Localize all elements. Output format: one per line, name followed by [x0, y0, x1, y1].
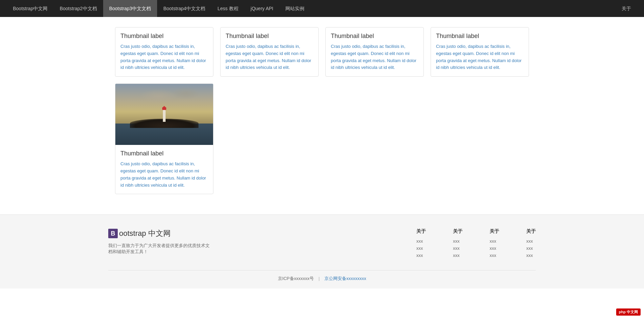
thumbnail-card-5: Thumbnail label Cras justo odio, dapibus…	[115, 83, 213, 194]
footer-col-4-list: xxx xxx xxx	[526, 239, 536, 258]
card-title-2: Thumbnail label	[226, 33, 313, 40]
footer-col-1-item-2: xxx	[416, 246, 426, 251]
footer-col-3-heading: 关于	[490, 228, 499, 234]
footer: B ootstrap 中文网 我们一直致力于为广大开发者提供更多的优质技术文档和…	[0, 214, 644, 288]
nav-item-examples[interactable]: 网站实例	[279, 0, 310, 17]
footer-col-1-heading: 关于	[416, 228, 426, 234]
lh-tower	[163, 110, 166, 122]
thumbnail-card-4: Thumbnail label Cras justo odio, dapibus…	[431, 27, 529, 77]
footer-top: B ootstrap 中文网 我们一直致力于为广大开发者提供更多的优质技术文档和…	[108, 228, 536, 260]
footer-brand: B ootstrap 中文网 我们一直致力于为广大开发者提供更多的优质技术文档和…	[108, 228, 210, 260]
card-body-4: Thumbnail label Cras justo odio, dapibus…	[431, 27, 529, 76]
brand-name: ootstrap 中文网	[119, 228, 171, 239]
card-text-3: Cras justo odio, dapibus ac facilisis in…	[331, 43, 418, 71]
card-body-2: Thumbnail label Cras justo odio, dapibus…	[221, 27, 318, 76]
main-content: Thumbnail label Cras justo odio, dapibus…	[108, 17, 536, 214]
footer-col-2-list: xxx xxx xxx	[453, 239, 462, 258]
nav-item-bootstrap[interactable]: Bootstrap中文网	[7, 0, 54, 17]
card-text-2: Cras justo odio, dapibus ac facilisis in…	[226, 43, 313, 71]
footer-bottom: 京ICP备xxxxxxx号 | 京公网安备xxxxxxxxx	[108, 270, 536, 282]
footer-col-2-item-2: xxx	[453, 246, 462, 251]
thumbnail-grid-row2: Thumbnail label Cras justo odio, dapibus…	[115, 83, 529, 194]
footer-col-3-item-1: xxx	[490, 239, 499, 244]
footer-col-1-item-3: xxx	[416, 253, 426, 258]
footer-col-3-item-3: xxx	[490, 253, 499, 258]
thumbnail-image-5	[115, 84, 213, 145]
card-title-1: Thumbnail label	[120, 33, 208, 40]
footer-col-4-item-1: xxx	[526, 239, 536, 244]
footer-col-3: 关于 xxx xxx xxx	[490, 228, 499, 260]
card-text-4: Cras justo odio, dapibus ac facilisis in…	[436, 43, 524, 71]
footer-col-2: 关于 xxx xxx xxx	[453, 228, 462, 260]
thumbnail-card-3: Thumbnail label Cras justo odio, dapibus…	[325, 27, 424, 77]
footer-col-4-item-2: xxx	[526, 246, 536, 251]
thumbnail-card-1: Thumbnail label Cras justo odio, dapibus…	[115, 27, 213, 77]
footer-sep: |	[319, 276, 320, 281]
card-body-3: Thumbnail label Cras justo odio, dapibus…	[326, 27, 423, 76]
card-text-1: Cras justo odio, dapibus ac facilisis in…	[120, 43, 208, 71]
footer-cols: 关于 xxx xxx xxx 关于 xxx xxx xxx	[224, 228, 536, 260]
nav-item-bootstrap2[interactable]: Bootstrap2中文档	[54, 0, 103, 17]
lighthouse-scene	[115, 84, 213, 145]
nav-item-less[interactable]: Less 教程	[211, 0, 244, 17]
thumbnail-grid-row1: Thumbnail label Cras justo odio, dapibus…	[115, 27, 529, 77]
card-body-5: Thumbnail label Cras justo odio, dapibus…	[115, 145, 213, 194]
footer-col-3-item-2: xxx	[490, 246, 499, 251]
brand-logo: B ootstrap 中文网	[108, 228, 210, 239]
footer-col-3-list: xxx xxx xxx	[490, 239, 499, 258]
lh-clouds	[122, 87, 213, 118]
main-nav: Bootstrap中文网 Bootstrap2中文档 Bootstrap3中文文…	[0, 0, 644, 17]
nav-item-bootstrap4[interactable]: Bootstrap4中文文档	[157, 0, 211, 17]
footer-col-1: 关于 xxx xxx xxx	[416, 228, 426, 260]
card-body-1: Thumbnail label Cras justo odio, dapibus…	[115, 27, 213, 76]
nav-item-jquery[interactable]: jQuery API	[245, 0, 280, 17]
footer-col-2-item-1: xxx	[453, 239, 462, 244]
footer-col-2-heading: 关于	[453, 228, 462, 234]
footer-col-1-item-1: xxx	[416, 239, 426, 244]
brand-desc: 我们一直致力于为广大开发者提供更多的优质技术文档和辅助开发工具！	[108, 243, 210, 255]
card-title-5: Thumbnail label	[120, 150, 208, 157]
icp-text: 京ICP备xxxxxxx号	[278, 276, 314, 281]
thumbnail-card-2: Thumbnail label Cras justo odio, dapibus…	[220, 27, 319, 77]
footer-col-1-list: xxx xxx xxx	[416, 239, 426, 258]
footer-col-4: 关于 xxx xxx xxx	[526, 228, 536, 260]
footer-col-4-item-3: xxx	[526, 253, 536, 258]
nav-item-about[interactable]: 关于	[615, 0, 637, 17]
nav-item-bootstrap3[interactable]: Bootstrap3中文文档	[103, 0, 157, 17]
footer-inner: B ootstrap 中文网 我们一直致力于为广大开发者提供更多的优质技术文档和…	[108, 228, 536, 282]
footer-col-4-heading: 关于	[526, 228, 536, 234]
police-link[interactable]: 京公网安备xxxxxxxxx	[324, 276, 366, 281]
brand-letter: B	[108, 229, 118, 238]
card-title-3: Thumbnail label	[331, 33, 418, 40]
card-text-5: Cras justo odio, dapibus ac facilisis in…	[120, 161, 208, 189]
card-title-4: Thumbnail label	[436, 33, 524, 40]
footer-col-2-item-3: xxx	[453, 253, 462, 258]
